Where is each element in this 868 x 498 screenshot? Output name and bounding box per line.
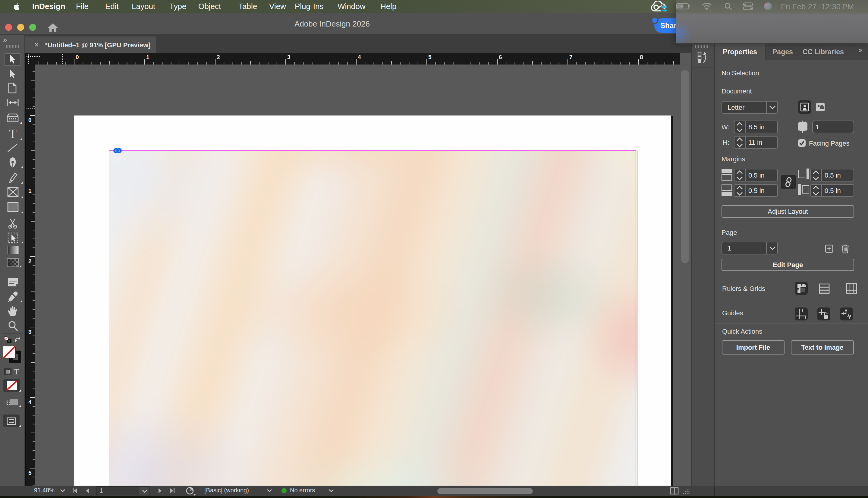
svg-text:T: T [9, 128, 16, 140]
